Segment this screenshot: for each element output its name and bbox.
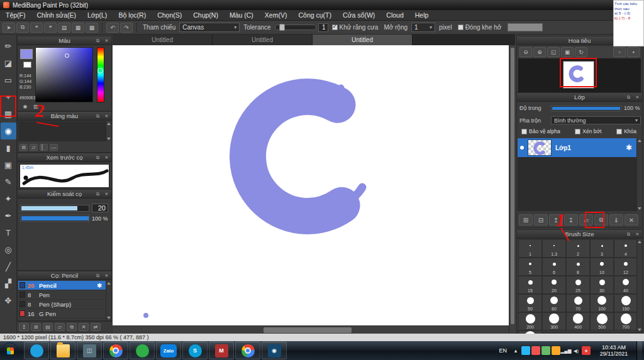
taskbar-clock[interactable]: 10:43 AM 29/11/2021 xyxy=(595,344,633,357)
brush-size-cell[interactable]: 12 xyxy=(614,258,638,276)
chrome-icon[interactable] xyxy=(103,342,128,359)
Lớp1[interactable]: Lớp1 xyxy=(518,138,636,157)
divide-tool[interactable]: ▞ xyxy=(1,275,16,292)
checkbox-box[interactable] xyxy=(521,129,527,134)
zoom-in-icon[interactable]: ⊕ xyxy=(533,47,546,57)
checkbox-box[interactable] xyxy=(458,25,464,30)
menu-item[interactable]: Lớp(L) xyxy=(82,10,113,21)
close-panel-icon[interactable]: ✕ xyxy=(103,113,110,119)
slider-knob[interactable] xyxy=(279,24,285,31)
brush-size-cell[interactable]: 100 xyxy=(590,294,614,312)
menu-item[interactable]: Cửa sổ(W) xyxy=(337,10,380,21)
start-button[interactable] xyxy=(2,342,18,359)
add-layer-icon[interactable]: ⊞ xyxy=(519,214,533,226)
marquee-tool[interactable]: ▭ xyxy=(1,72,16,89)
brush-size-slider[interactable] xyxy=(20,205,89,212)
duplicate-brush-icon[interactable]: ⧉ xyxy=(67,323,77,331)
layer-opacity-slider[interactable] xyxy=(551,106,621,111)
update-tray-icon[interactable] xyxy=(552,346,560,355)
close-panel-icon[interactable]: ✕ xyxy=(634,231,641,237)
layer-thumbnail[interactable] xyxy=(528,139,552,156)
magic-wand-tool[interactable]: ✦ xyxy=(1,190,16,207)
refresh-nav-icon[interactable]: ▫ xyxy=(613,47,626,57)
tolerance-slider[interactable] xyxy=(275,25,316,30)
sync-brush-icon[interactable]: ⇄ xyxy=(91,323,101,331)
ultraviewer-icon[interactable] xyxy=(130,342,155,359)
zoom-fit-icon[interactable]: ◱ xyxy=(547,47,560,57)
float-panel-icon[interactable]: ⧉ xyxy=(625,94,632,101)
palette-swatches[interactable] xyxy=(18,121,106,141)
navigator-thumbnail[interactable] xyxy=(564,62,594,88)
bucket-tool[interactable]: ◉ xyxy=(1,123,16,139)
layer-scrollbar[interactable] xyxy=(636,138,641,211)
layer-down-icon[interactable]: ↧ xyxy=(564,214,578,226)
sv-marker[interactable] xyxy=(65,53,69,58)
menu-item[interactable]: Chụp(N) xyxy=(187,10,224,21)
menu-item[interactable]: Chọn(S) xyxy=(152,10,187,21)
brush-size-cell[interactable]: 60 xyxy=(542,294,566,312)
brush-size-cell[interactable]: 70 xyxy=(566,294,590,312)
gradient-tool[interactable]: ▮ xyxy=(1,139,16,156)
scrollbar-thumb[interactable] xyxy=(511,48,514,324)
float-panel-icon[interactable]: ⧉ xyxy=(94,273,101,279)
brush-size-cell[interactable]: 5 xyxy=(518,258,542,276)
checkbox-box[interactable] xyxy=(616,129,622,134)
camera-app-icon[interactable]: ◉ xyxy=(262,342,287,359)
brush-size-cell[interactable]: 150 xyxy=(614,294,638,312)
float-panel-icon[interactable]: ⧉ xyxy=(94,191,101,197)
menu-item[interactable]: Xem(V) xyxy=(259,10,293,21)
comment-icon[interactable]: ❝ xyxy=(30,23,43,33)
red-app-icon[interactable]: M xyxy=(209,342,234,359)
shield-tray-icon[interactable] xyxy=(531,346,540,355)
brush-size-cell[interactable]: 20 xyxy=(542,276,566,294)
scroll-up-icon[interactable] xyxy=(638,138,641,142)
brush-size-cell[interactable]: 6 xyxy=(542,258,566,276)
close-gap-checkbox[interactable]: Đóng khe hở xyxy=(458,24,502,31)
scroll-down-icon[interactable] xyxy=(638,207,641,212)
redo-icon[interactable]: ↷ xyxy=(120,23,133,33)
delete-brush-icon[interactable]: ✕ xyxy=(79,323,89,331)
expand-spinner[interactable]: 1 xyxy=(411,23,435,32)
table-icon[interactable]: ▩ xyxy=(86,23,98,33)
eyedropper-tool[interactable]: ╱ xyxy=(1,258,16,275)
close-panel-icon[interactable]: ✕ xyxy=(103,155,110,161)
zoom-tool[interactable]: ◎ xyxy=(1,241,16,258)
zalo-icon[interactable]: Zalo xyxy=(156,342,181,359)
swatch-grid-icon[interactable]: ▨ xyxy=(32,103,40,109)
close-gap-color-swatch[interactable] xyxy=(508,23,543,31)
reference-dropdown[interactable]: Canvas xyxy=(179,23,240,32)
scroll-up-icon[interactable] xyxy=(107,121,111,125)
network-tray-icon[interactable]: ▂▄▆ xyxy=(562,346,570,355)
bar-icon[interactable]: ▏ xyxy=(40,144,48,151)
menu-item[interactable]: Bộ lọc(R) xyxy=(113,10,152,21)
brush-size-cell[interactable]: 200 xyxy=(518,312,542,330)
zoom-out-icon[interactable]: ⊖ xyxy=(519,47,532,57)
zoom-100-icon[interactable]: ▣ xyxy=(561,47,574,57)
brush-up-icon[interactable]: ↥ xyxy=(19,323,29,331)
delete-layer-icon[interactable]: ✕ xyxy=(625,214,638,226)
close-panel-icon[interactable]: ✕ xyxy=(103,273,110,279)
menu-item[interactable]: Help xyxy=(409,10,435,21)
Pen[interactable]: 8 Pen xyxy=(18,290,106,300)
layer-settings-icon[interactable] xyxy=(624,143,634,152)
fill-rect-tool[interactable]: ▦ xyxy=(1,106,16,123)
menu-item[interactable]: Cloud xyxy=(380,10,409,21)
file-explorer-icon[interactable] xyxy=(50,342,75,359)
brush-list-scrollbar[interactable] xyxy=(106,281,111,320)
brush-size-cell[interactable]: 8 xyxy=(566,258,590,276)
layer-visibility-icon[interactable] xyxy=(520,146,524,150)
tolerance-value[interactable]: 1 xyxy=(318,23,328,32)
layer-option-checkbox[interactable]: Xén bớt xyxy=(575,128,601,134)
brush-size-cell[interactable]: 300 xyxy=(542,312,566,330)
brush-folder-icon[interactable]: ▱ xyxy=(55,323,65,331)
layer-option-checkbox[interactable]: Khóa xyxy=(616,128,636,134)
drawing-canvas[interactable] xyxy=(113,45,509,325)
brush-size-cell[interactable]: 2 xyxy=(566,239,590,258)
Pen (Sharp)[interactable]: 8 Pen (Sharp) xyxy=(18,300,106,309)
Pencil[interactable]: 20 Pencil xyxy=(18,281,106,290)
saturation-value-picker[interactable] xyxy=(35,47,93,102)
nav-settings-icon[interactable]: ▪ xyxy=(627,47,640,57)
brush-size-cell[interactable]: 500 xyxy=(590,312,614,330)
menu-item[interactable]: Chỉnh sửa(E) xyxy=(31,10,82,21)
primary-color-swatch[interactable] xyxy=(20,49,33,59)
